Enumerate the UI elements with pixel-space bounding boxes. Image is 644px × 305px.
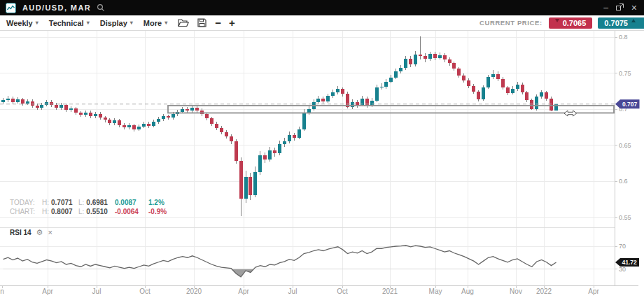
price-chart-canvas[interactable]: 0.80.750.70.650.60.557030nAprJulOct2020A… [0,31,644,305]
x-axis-label: Oct [337,288,348,295]
candle-body [316,99,320,102]
candle-body [283,141,286,144]
candle-body [414,55,417,64]
candle-body [253,172,257,195]
candle-body [190,108,194,111]
mouse-cursor-icon [564,111,577,116]
stats-row-today: TODAY: H:0.7071 L:0.6981 0.0087 1.2% [10,198,167,207]
candle-body [365,99,369,106]
x-axis-label: Apr [588,288,599,295]
candle-body [258,155,262,172]
candle-body [428,54,432,59]
candle-body [137,127,141,129]
x-axis-label: 2021 [382,288,398,295]
candle-body [443,55,447,59]
candle-body [535,97,538,109]
rsi-axis-label: 30 [619,266,626,273]
candle-body [108,120,111,123]
candle-body [162,116,165,119]
candle-body [132,125,136,129]
close-icon[interactable]: × [48,229,52,236]
candle-body [239,161,243,199]
candle-body [404,59,407,68]
x-axis-label: Nov [510,288,522,295]
display-menu[interactable]: Display ▾ [100,19,133,27]
candle-body [21,99,24,104]
candle-body [438,55,442,58]
y-axis-label: 0.55 [619,214,631,221]
x-axis-label: May [429,288,442,295]
candle-body [307,109,311,113]
candle-body [142,124,146,127]
candle-body [84,113,88,115]
candle-body [205,114,209,118]
technical-menu[interactable]: Technical ▾ [49,19,90,27]
gear-icon[interactable]: ⚙ [36,229,43,236]
candle-body [540,92,543,97]
current-price-label: CURRENT PRICE: [479,19,542,27]
search-icon[interactable] [97,3,105,12]
candle-body [462,76,465,80]
timeframe-menu[interactable]: Weekly ▾ [6,19,38,27]
close-button[interactable]: × [631,3,637,13]
candle-body [210,118,214,123]
candle-body [40,105,43,108]
candle-body [234,141,238,161]
display-menu-label: Display [100,19,127,27]
candle-body [273,150,276,153]
rsi-axis-label: 70 [619,243,626,250]
candle-body [104,118,107,120]
candle-body [230,136,233,141]
candle-body [380,87,384,87]
current-price-panel: CURRENT PRICE: 0.7065 0.7075 [479,15,644,30]
candle-body [1,100,5,102]
candle-body [525,92,528,100]
save-icon[interactable] [197,18,206,27]
candle-body [288,135,291,141]
candle-body [482,87,485,99]
high-value: 0.7071 [51,198,73,207]
x-axis-label: Oct [139,288,150,295]
arrow-up-icon [631,19,636,22]
ask-price-badge[interactable]: 0.7075 [598,17,644,29]
x-axis-label: 2022 [536,288,552,295]
y-axis-label: 0.8 [619,34,628,41]
trading-terminal-window: AUD/USD, MAR – × Weekly ▾ Te [0,0,644,305]
candle-body [94,114,97,117]
popout-button[interactable] [616,3,624,12]
svg-text:0.707: 0.707 [622,101,638,108]
candle-body [74,108,78,113]
candle-body [452,63,456,69]
x-axis-label: n [0,288,4,295]
timeframe-menu-label: Weekly [6,19,33,27]
candle-body [278,144,281,152]
candle-body [167,116,170,118]
window-controls: – × [603,3,638,13]
candle-body [64,105,68,110]
zoom-in-button[interactable]: + [229,17,235,28]
high-label: H: [42,207,49,216]
zoom-out-button[interactable]: − [215,17,221,28]
candle-body [293,135,296,138]
candle-body [399,68,402,71]
chevron-down-icon: ▾ [164,20,167,26]
low-label: L: [78,207,84,216]
more-menu[interactable]: More ▾ [144,19,167,27]
candle-body [172,114,175,118]
bid-price-badge[interactable]: 0.7065 [549,17,593,29]
candle-body [521,85,524,92]
minimize-button[interactable]: – [603,3,608,12]
instrument-title: AUD/USD, MAR [22,3,91,12]
chart-region: 0.80.750.70.650.60.557030nAprJulOct2020A… [0,31,644,305]
candle-body [200,111,204,115]
candle-body [457,69,461,75]
candle-body [326,96,330,101]
candle-body [118,120,121,125]
y-axis-label: 0.6 [619,178,628,185]
candle-body [384,82,388,87]
candle-body [506,87,510,93]
open-folder-icon[interactable] [178,18,189,27]
candle-body [220,128,223,132]
candle-body [99,114,102,118]
rsi-value-tag: 41.72 [615,258,639,267]
